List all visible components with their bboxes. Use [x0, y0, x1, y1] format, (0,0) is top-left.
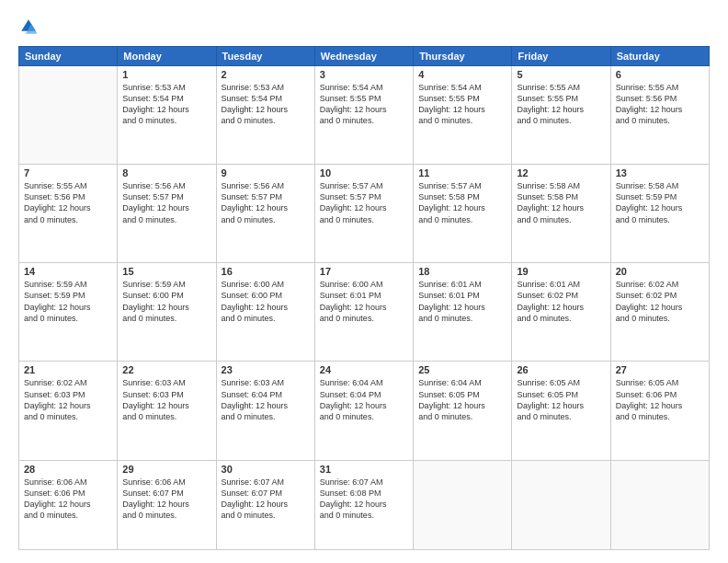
- day-info: Sunrise: 6:00 AM Sunset: 6:01 PM Dayligh…: [320, 279, 408, 324]
- day-info: Sunrise: 6:07 AM Sunset: 6:08 PM Dayligh…: [320, 477, 408, 522]
- week-row-3: 14Sunrise: 5:59 AM Sunset: 5:59 PM Dayli…: [19, 263, 710, 362]
- day-number: 25: [418, 364, 506, 375]
- day-info: Sunrise: 6:05 AM Sunset: 6:05 PM Dayligh…: [517, 377, 605, 422]
- day-info: Sunrise: 5:55 AM Sunset: 5:56 PM Dayligh…: [24, 180, 112, 225]
- day-info: Sunrise: 6:05 AM Sunset: 6:06 PM Dayligh…: [616, 377, 704, 422]
- weekday-header-saturday: Saturday: [610, 47, 709, 66]
- calendar-cell: 10Sunrise: 5:57 AM Sunset: 5:57 PM Dayli…: [314, 165, 413, 263]
- calendar-cell: 25Sunrise: 6:04 AM Sunset: 6:05 PM Dayli…: [414, 362, 512, 460]
- calendar: SundayMondayTuesdayWednesdayThursdayFrid…: [18, 46, 710, 550]
- day-info: Sunrise: 6:02 AM Sunset: 6:03 PM Dayligh…: [24, 377, 112, 422]
- day-number: 19: [517, 266, 605, 277]
- calendar-cell: 31Sunrise: 6:07 AM Sunset: 6:08 PM Dayli…: [314, 460, 413, 549]
- calendar-cell: 22Sunrise: 6:03 AM Sunset: 6:03 PM Dayli…: [118, 362, 216, 460]
- day-info: Sunrise: 6:00 AM Sunset: 6:00 PM Dayligh…: [222, 279, 310, 324]
- weekday-header-wednesday: Wednesday: [314, 47, 413, 66]
- day-number: 27: [616, 364, 704, 375]
- day-number: 8: [122, 167, 210, 178]
- day-info: Sunrise: 5:56 AM Sunset: 5:57 PM Dayligh…: [122, 180, 210, 225]
- day-info: Sunrise: 5:56 AM Sunset: 5:57 PM Dayligh…: [222, 180, 310, 225]
- calendar-cell: 17Sunrise: 6:00 AM Sunset: 6:01 PM Dayli…: [314, 263, 413, 362]
- calendar-cell: 19Sunrise: 6:01 AM Sunset: 6:02 PM Dayli…: [512, 263, 610, 362]
- day-number: 22: [122, 364, 210, 375]
- day-number: 18: [418, 266, 506, 277]
- day-number: 7: [24, 167, 112, 178]
- calendar-cell: 3Sunrise: 5:54 AM Sunset: 5:55 PM Daylig…: [314, 66, 413, 165]
- day-number: 14: [24, 266, 112, 277]
- day-info: Sunrise: 6:04 AM Sunset: 6:05 PM Dayligh…: [418, 377, 506, 422]
- day-info: Sunrise: 5:54 AM Sunset: 5:55 PM Dayligh…: [320, 82, 408, 127]
- day-number: 15: [122, 266, 210, 277]
- day-info: Sunrise: 5:57 AM Sunset: 5:58 PM Dayligh…: [418, 180, 506, 225]
- day-number: 6: [616, 69, 704, 80]
- calendar-cell: 20Sunrise: 6:02 AM Sunset: 6:02 PM Dayli…: [610, 263, 709, 362]
- day-number: 16: [222, 266, 310, 277]
- calendar-cell: 16Sunrise: 6:00 AM Sunset: 6:00 PM Dayli…: [216, 263, 314, 362]
- calendar-cell: 27Sunrise: 6:05 AM Sunset: 6:06 PM Dayli…: [610, 362, 709, 460]
- day-number: 30: [222, 464, 310, 475]
- day-info: Sunrise: 6:01 AM Sunset: 6:02 PM Dayligh…: [517, 279, 605, 324]
- day-info: Sunrise: 6:07 AM Sunset: 6:07 PM Dayligh…: [222, 477, 310, 522]
- day-info: Sunrise: 5:55 AM Sunset: 5:55 PM Dayligh…: [517, 82, 605, 127]
- day-info: Sunrise: 5:55 AM Sunset: 5:56 PM Dayligh…: [616, 82, 704, 127]
- day-number: 10: [320, 167, 408, 178]
- day-info: Sunrise: 6:03 AM Sunset: 6:04 PM Dayligh…: [222, 377, 310, 422]
- calendar-cell: 4Sunrise: 5:54 AM Sunset: 5:55 PM Daylig…: [414, 66, 512, 165]
- weekday-header-row: SundayMondayTuesdayWednesdayThursdayFrid…: [19, 47, 710, 66]
- week-row-5: 28Sunrise: 6:06 AM Sunset: 6:06 PM Dayli…: [19, 460, 710, 549]
- calendar-cell: 23Sunrise: 6:03 AM Sunset: 6:04 PM Dayli…: [216, 362, 314, 460]
- day-info: Sunrise: 6:01 AM Sunset: 6:01 PM Dayligh…: [418, 279, 506, 324]
- day-number: 2: [222, 69, 310, 80]
- week-row-2: 7Sunrise: 5:55 AM Sunset: 5:56 PM Daylig…: [19, 165, 710, 263]
- calendar-cell: 6Sunrise: 5:55 AM Sunset: 5:56 PM Daylig…: [610, 66, 709, 165]
- calendar-cell: 11Sunrise: 5:57 AM Sunset: 5:58 PM Dayli…: [414, 165, 512, 263]
- day-info: Sunrise: 6:02 AM Sunset: 6:02 PM Dayligh…: [616, 279, 704, 324]
- calendar-cell: 30Sunrise: 6:07 AM Sunset: 6:07 PM Dayli…: [216, 460, 314, 549]
- day-info: Sunrise: 5:58 AM Sunset: 5:59 PM Dayligh…: [616, 180, 704, 225]
- day-info: Sunrise: 6:04 AM Sunset: 6:04 PM Dayligh…: [320, 377, 408, 422]
- week-row-4: 21Sunrise: 6:02 AM Sunset: 6:03 PM Dayli…: [19, 362, 710, 460]
- day-info: Sunrise: 5:53 AM Sunset: 5:54 PM Dayligh…: [222, 82, 310, 127]
- day-number: 3: [320, 69, 408, 80]
- day-number: 4: [418, 69, 506, 80]
- weekday-header-monday: Monday: [118, 47, 216, 66]
- calendar-cell: 13Sunrise: 5:58 AM Sunset: 5:59 PM Dayli…: [610, 165, 709, 263]
- calendar-cell: 29Sunrise: 6:06 AM Sunset: 6:07 PM Dayli…: [118, 460, 216, 549]
- calendar-cell: 15Sunrise: 5:59 AM Sunset: 6:00 PM Dayli…: [118, 263, 216, 362]
- calendar-cell: [414, 460, 512, 549]
- day-number: 31: [320, 464, 408, 475]
- calendar-cell: 7Sunrise: 5:55 AM Sunset: 5:56 PM Daylig…: [19, 165, 118, 263]
- day-info: Sunrise: 5:59 AM Sunset: 6:00 PM Dayligh…: [122, 279, 210, 324]
- day-number: 26: [517, 364, 605, 375]
- day-number: 9: [222, 167, 310, 178]
- day-info: Sunrise: 6:06 AM Sunset: 6:06 PM Dayligh…: [24, 477, 112, 522]
- day-number: 24: [320, 364, 408, 375]
- logo: [18, 17, 42, 37]
- calendar-cell: 5Sunrise: 5:55 AM Sunset: 5:55 PM Daylig…: [512, 66, 610, 165]
- calendar-cell: [610, 460, 709, 549]
- day-number: 13: [616, 167, 704, 178]
- logo-icon: [18, 17, 39, 37]
- day-number: 28: [24, 464, 112, 475]
- day-info: Sunrise: 5:54 AM Sunset: 5:55 PM Dayligh…: [418, 82, 506, 127]
- calendar-cell: 21Sunrise: 6:02 AM Sunset: 6:03 PM Dayli…: [19, 362, 118, 460]
- weekday-header-thursday: Thursday: [414, 47, 512, 66]
- calendar-cell: 18Sunrise: 6:01 AM Sunset: 6:01 PM Dayli…: [414, 263, 512, 362]
- day-info: Sunrise: 5:58 AM Sunset: 5:58 PM Dayligh…: [517, 180, 605, 225]
- calendar-cell: 8Sunrise: 5:56 AM Sunset: 5:57 PM Daylig…: [118, 165, 216, 263]
- page: SundayMondayTuesdayWednesdayThursdayFrid…: [0, 0, 728, 563]
- week-row-1: 1Sunrise: 5:53 AM Sunset: 5:54 PM Daylig…: [19, 66, 710, 165]
- weekday-header-tuesday: Tuesday: [216, 47, 314, 66]
- calendar-cell: 26Sunrise: 6:05 AM Sunset: 6:05 PM Dayli…: [512, 362, 610, 460]
- day-number: 12: [517, 167, 605, 178]
- calendar-cell: 2Sunrise: 5:53 AM Sunset: 5:54 PM Daylig…: [216, 66, 314, 165]
- calendar-cell: 28Sunrise: 6:06 AM Sunset: 6:06 PM Dayli…: [19, 460, 118, 549]
- day-number: 21: [24, 364, 112, 375]
- calendar-cell: 9Sunrise: 5:56 AM Sunset: 5:57 PM Daylig…: [216, 165, 314, 263]
- day-number: 1: [122, 69, 210, 80]
- day-info: Sunrise: 5:59 AM Sunset: 5:59 PM Dayligh…: [24, 279, 112, 324]
- calendar-cell: 14Sunrise: 5:59 AM Sunset: 5:59 PM Dayli…: [19, 263, 118, 362]
- calendar-cell: [19, 66, 118, 165]
- header: [18, 17, 710, 37]
- day-info: Sunrise: 6:03 AM Sunset: 6:03 PM Dayligh…: [122, 377, 210, 422]
